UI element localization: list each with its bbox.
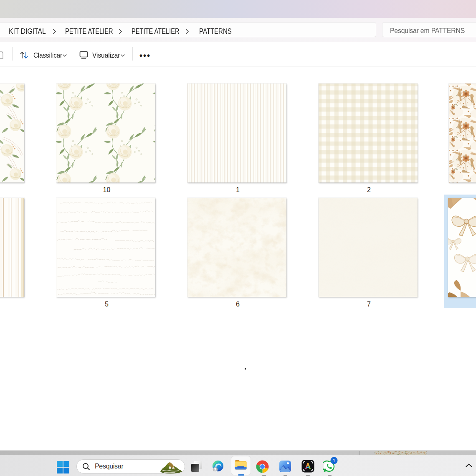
svg-text:1: 1 <box>333 458 335 463</box>
